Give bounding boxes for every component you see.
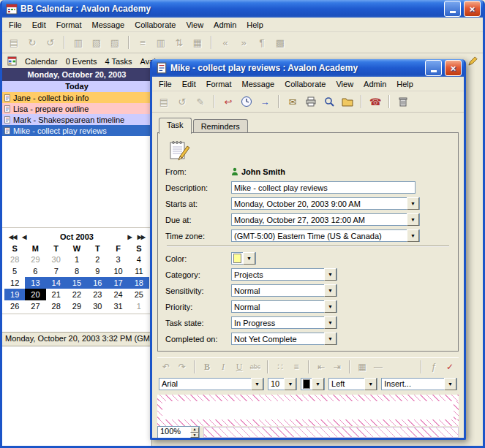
font-family-select[interactable]: Arial ▼ bbox=[159, 378, 264, 390]
main-menu-edit[interactable]: Edit bbox=[27, 19, 51, 31]
tab-reminders[interactable]: Reminders bbox=[193, 119, 248, 133]
event-item[interactable]: Mike - collect play reviews bbox=[2, 125, 151, 136]
calendar-day[interactable]: 6 bbox=[25, 265, 45, 277]
prev-year-button[interactable]: ◀◀ bbox=[6, 234, 19, 240]
calendar-day[interactable]: 15 bbox=[67, 277, 87, 289]
dialog-minimize-button[interactable] bbox=[425, 60, 442, 76]
call-icon[interactable]: ☎ bbox=[367, 94, 383, 109]
dialog-menu-format[interactable]: Format bbox=[201, 78, 237, 90]
due-at-select[interactable]: Monday, October 27, 2003 12:00 AM ▼ bbox=[231, 213, 420, 226]
calendar-day[interactable]: 27 bbox=[25, 300, 45, 312]
dropdown-arrow-icon[interactable]: ▼ bbox=[364, 378, 377, 390]
main-menu-format[interactable]: Format bbox=[51, 19, 87, 31]
dropdown-arrow-icon[interactable]: ▼ bbox=[324, 268, 337, 281]
zoom-control[interactable]: 100% ▲ ▼ bbox=[157, 426, 200, 438]
calendar-day[interactable]: 21 bbox=[46, 289, 67, 300]
insert-select[interactable]: Insert... ▼ bbox=[381, 378, 457, 390]
calendar-day[interactable]: 28 bbox=[4, 254, 25, 265]
dialog-close-button[interactable]: × bbox=[445, 60, 462, 76]
calendar-day[interactable]: 12 bbox=[4, 277, 25, 289]
dropdown-arrow-icon[interactable]: ▼ bbox=[243, 252, 255, 265]
close-button[interactable]: × bbox=[464, 1, 481, 17]
spellcheck-icon[interactable]: ✓ bbox=[443, 360, 457, 374]
font-size-select[interactable]: 10 ▼ bbox=[268, 378, 297, 390]
calendar-day[interactable]: 5 bbox=[4, 265, 25, 277]
event-item[interactable]: Lisa - prepare outline bbox=[2, 103, 151, 114]
calendar-day[interactable]: 20 bbox=[25, 289, 45, 300]
calendar-day[interactable]: 29 bbox=[25, 254, 45, 265]
tab-task[interactable]: Task bbox=[159, 118, 192, 134]
main-menu-admin[interactable]: Admin bbox=[208, 19, 241, 31]
calendar-day[interactable]: 17 bbox=[108, 277, 128, 289]
calendar-day[interactable]: 2 bbox=[87, 254, 108, 265]
dropdown-arrow-icon[interactable]: ▼ bbox=[251, 378, 263, 390]
calendar-day[interactable]: 7 bbox=[46, 265, 67, 277]
event-item[interactable]: Mark - Shakespearean timeline bbox=[2, 114, 151, 125]
timezone-select[interactable]: (GMT-5:00) Eastern Time (US & Canada) ▼ bbox=[231, 229, 420, 242]
route-icon[interactable]: → bbox=[257, 94, 273, 109]
minimize-button[interactable] bbox=[444, 1, 461, 17]
send-icon[interactable]: ✉ bbox=[285, 94, 301, 109]
dropdown-arrow-icon[interactable]: ▼ bbox=[284, 378, 296, 390]
dialog-menu-admin[interactable]: Admin bbox=[358, 78, 391, 90]
priority-select[interactable]: Normal ▼ bbox=[231, 300, 337, 313]
dropdown-arrow-icon[interactable]: ▼ bbox=[312, 378, 324, 390]
calendar-day[interactable]: 1 bbox=[129, 300, 149, 312]
calendar-day[interactable]: 24 bbox=[108, 289, 128, 300]
sensitivity-select[interactable]: Normal ▼ bbox=[231, 284, 337, 297]
zoom-increase-button[interactable]: ▲ bbox=[190, 427, 199, 433]
dropdown-arrow-icon[interactable]: ▼ bbox=[324, 316, 337, 329]
dialog-menu-collaborate[interactable]: Collaborate bbox=[279, 78, 331, 90]
history-icon[interactable] bbox=[238, 94, 255, 109]
calendar-day[interactable]: 3 bbox=[108, 254, 128, 265]
calendar-day[interactable]: 10 bbox=[108, 265, 128, 277]
unsend-icon[interactable]: ↩ bbox=[220, 94, 236, 109]
calendar-day[interactable]: 25 bbox=[129, 289, 149, 300]
dialog-menu-message[interactable]: Message bbox=[237, 78, 280, 90]
text-color-select[interactable]: ▼ bbox=[301, 378, 325, 390]
calendar-day[interactable]: 30 bbox=[46, 254, 67, 265]
calendar-day[interactable]: 16 bbox=[87, 277, 108, 289]
dialog-menu-view[interactable]: View bbox=[331, 78, 358, 90]
dropdown-arrow-icon[interactable]: ▼ bbox=[407, 229, 419, 242]
calendar-view-label[interactable]: Calendar bbox=[25, 57, 58, 66]
print-icon[interactable] bbox=[303, 94, 319, 109]
main-menu-collaborate[interactable]: Collaborate bbox=[129, 19, 181, 31]
dialog-titlebar[interactable]: Mike - collect play reviews : Avalon Aca… bbox=[152, 59, 464, 77]
calendar-day[interactable]: 26 bbox=[4, 300, 25, 312]
calendar-day[interactable]: 31 bbox=[108, 300, 128, 312]
main-titlebar[interactable]: BB Calendar : Avalon Academy × bbox=[2, 0, 483, 18]
next-year-button[interactable]: ▶▶ bbox=[135, 234, 148, 240]
dropdown-arrow-icon[interactable]: ▼ bbox=[407, 197, 419, 210]
calendar-day[interactable]: 29 bbox=[67, 300, 87, 312]
dropdown-arrow-icon[interactable]: ▼ bbox=[324, 333, 337, 345]
next-month-button[interactable]: ▶ bbox=[125, 234, 135, 240]
completed-on-select[interactable]: Not Yet Complete ▼ bbox=[231, 333, 337, 345]
dialog-menu-help[interactable]: Help bbox=[391, 78, 418, 90]
calendar-day[interactable]: 14 bbox=[46, 277, 67, 289]
dropdown-arrow-icon[interactable]: ▼ bbox=[407, 213, 419, 226]
calendar-day[interactable]: 11 bbox=[129, 265, 149, 277]
calendar-day[interactable]: 28 bbox=[46, 300, 67, 312]
calendar-day[interactable]: 9 bbox=[87, 265, 108, 277]
calendar-day[interactable]: 23 bbox=[87, 289, 108, 300]
category-select[interactable]: Projects ▼ bbox=[231, 268, 337, 281]
zoom-decrease-button[interactable]: ▼ bbox=[190, 433, 199, 438]
dialog-menu-file[interactable]: File bbox=[154, 78, 177, 90]
main-menu-message[interactable]: Message bbox=[87, 19, 130, 31]
horizontal-scrollbar[interactable] bbox=[203, 427, 459, 438]
task-state-select[interactable]: In Progress ▼ bbox=[231, 316, 337, 329]
calendar-day[interactable]: 30 bbox=[87, 300, 108, 312]
calendar-day[interactable]: 13 bbox=[25, 277, 45, 289]
dialog-menu-edit[interactable]: Edit bbox=[177, 78, 201, 90]
calendar-day[interactable]: 1 bbox=[67, 254, 87, 265]
main-menu-view[interactable]: View bbox=[181, 19, 208, 31]
event-item[interactable]: Jane - collect bio info bbox=[2, 92, 151, 103]
main-menu-help[interactable]: Help bbox=[241, 19, 268, 31]
edit-icon[interactable] bbox=[468, 56, 478, 66]
calendar-day[interactable]: 8 bbox=[67, 265, 87, 277]
main-menu-file[interactable]: File bbox=[4, 19, 27, 31]
color-select[interactable]: ▼ bbox=[231, 252, 256, 265]
calendar-day[interactable]: 18 bbox=[129, 277, 149, 289]
calendar-day[interactable]: 19 bbox=[4, 289, 25, 300]
